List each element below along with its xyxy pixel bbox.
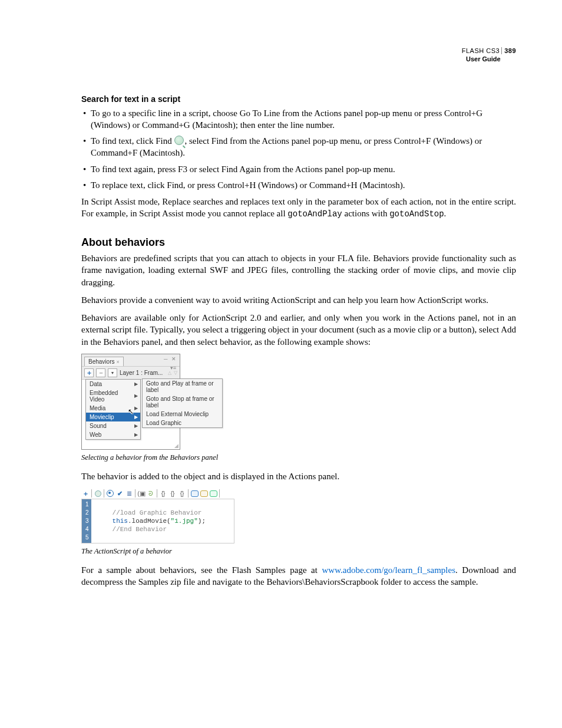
code-inline: gotoAndStop: [389, 209, 444, 219]
line-number: 3: [85, 517, 89, 525]
menu-item-label: Sound: [90, 423, 107, 429]
list-item: To replace text, click Find, or press Co…: [91, 179, 516, 191]
bullet-text: To go to a specific line in a script, ch…: [91, 108, 482, 130]
tab-close-icon[interactable]: ×: [116, 359, 119, 365]
resize-grip-icon[interactable]: ◢: [174, 443, 178, 449]
menu-item-label: Movieclip: [90, 414, 114, 420]
show-code-hint-icon[interactable]: (▣: [137, 489, 146, 498]
move-down-icon[interactable]: ▽: [174, 370, 177, 375]
page-content: FLASH CS3389 User Guide000 Search for te…: [0, 0, 562, 630]
figure-caption: The ActionScript of a behavior: [81, 547, 516, 556]
panel-tab-behaviors[interactable]: Behaviors×: [84, 357, 124, 366]
panel-toolbar: ＋ － ▼ Layer 1 : Fram... △ ▽: [82, 366, 180, 379]
add-behavior-button[interactable]: ＋: [84, 368, 94, 377]
panel-window-controls[interactable]: ─ ✕: [164, 356, 177, 362]
line-number: 1: [85, 500, 89, 509]
menu-item-label: Data: [90, 381, 102, 387]
separator: [188, 489, 189, 498]
collapse-selection-icon[interactable]: {}: [168, 489, 177, 498]
samples-link[interactable]: www.adobe.com/go/learn_fl_samples: [322, 565, 455, 575]
code-string: "1.jpg": [171, 518, 198, 525]
body-text: For a sample about behaviors, see the Fl…: [81, 565, 322, 575]
line-number: 5: [85, 533, 89, 542]
bullet-text: To replace text, click Find, or press Co…: [91, 180, 405, 190]
add-script-icon[interactable]: ＋: [81, 489, 90, 498]
menu-item-label: Web: [90, 431, 101, 438]
submenu-item[interactable]: Goto and Stop at frame or label: [143, 394, 222, 410]
code-comment: //End Behavior: [113, 526, 167, 533]
submenu-item[interactable]: Load Graphic: [143, 419, 222, 427]
move-up-icon[interactable]: △: [168, 370, 171, 375]
code-text: .loadMovie(: [128, 518, 171, 525]
bullet-list: To go to a specific line in a script, ch…: [81, 107, 516, 192]
page-number: 389: [501, 47, 516, 54]
paragraph: Behaviors provide a convenient way to av…: [81, 294, 516, 306]
cursor-icon: ↖: [128, 407, 134, 416]
apply-block-comment-icon[interactable]: [190, 489, 199, 498]
line-number: 4: [85, 525, 89, 533]
paragraph: The behavior is added to the object and …: [81, 470, 516, 482]
line-number: 2: [85, 509, 89, 517]
menu-item[interactable]: Sound▶: [86, 421, 140, 430]
toolbar-context-label: Layer 1 : Fram...: [120, 370, 166, 376]
submenu-arrow-icon: ▶: [134, 414, 138, 420]
page-header: FLASH CS3389 User Guide000: [81, 47, 516, 64]
target-path-icon[interactable]: [106, 489, 114, 498]
separator: [219, 489, 220, 498]
bullet-text: To find text again, press F3 or select F…: [91, 164, 395, 174]
submenu-item[interactable]: Goto and Play at frame or label: [143, 379, 222, 394]
list-item: To find text, click Find , select Find f…: [91, 135, 516, 159]
panel-menu-icon[interactable]: ▾≡: [170, 365, 176, 371]
heading-about-behaviors: About behaviors: [81, 236, 516, 249]
list-item: To go to a specific line in a script, ch…: [91, 107, 516, 131]
submenu-arrow-icon: ▶: [134, 432, 138, 437]
separator: [91, 489, 92, 498]
menu-item[interactable]: Data▶: [86, 380, 140, 388]
code-text: );: [198, 518, 206, 525]
submenu-arrow-icon: ▶: [134, 406, 138, 411]
collapse-between-braces-icon[interactable]: {}: [159, 489, 167, 498]
remove-behavior-button[interactable]: －: [96, 368, 105, 377]
product-name: FLASH CS3: [462, 47, 500, 54]
expand-all-icon[interactable]: {}: [178, 489, 186, 498]
figure-caption: Selecting a behavior from the Behaviors …: [81, 453, 516, 462]
submenu-arrow-icon: ▶: [134, 423, 138, 429]
menu-item[interactable]: Embedded Video▶: [86, 388, 140, 404]
paragraph: For a sample about behaviors, see the Fl…: [81, 564, 516, 588]
editor-toolbar: ＋ ✔ ≣ (▣ ᘐ {} {} {}: [81, 488, 234, 499]
actionscript-editor-figure: ＋ ✔ ≣ (▣ ᘐ {} {} {} 12345 //load Graphic: [81, 488, 234, 543]
bullet-text: To find text, click Find: [91, 136, 174, 146]
code-keyword: this: [113, 518, 128, 525]
find-icon: [174, 136, 184, 145]
find-icon[interactable]: [94, 489, 102, 498]
separator: [104, 489, 104, 498]
submenu-arrow-icon: ▶: [134, 381, 138, 387]
dropdown-button[interactable]: ▼: [108, 368, 117, 377]
body-text: actions with: [342, 209, 389, 218]
code-area[interactable]: //load Graphic Behavior this.loadMovie("…: [91, 499, 208, 543]
code-comment: //load Graphic Behavior: [113, 509, 202, 516]
apply-line-comment-icon[interactable]: [200, 489, 208, 498]
remove-comment-icon[interactable]: [209, 489, 217, 498]
debug-options-icon[interactable]: ᘐ: [147, 489, 155, 498]
subheading-search: Search for text in a script: [81, 94, 516, 104]
paragraph: Behaviors are available only for ActionS…: [81, 312, 516, 348]
guide-label: User Guide: [466, 55, 501, 62]
separator: [157, 489, 157, 498]
menu-item[interactable]: Web▶: [86, 430, 140, 439]
body-text: .: [444, 209, 447, 218]
menu-item-label: Media: [90, 405, 105, 411]
list-item: To find text again, press F3 or select F…: [91, 163, 516, 175]
submenu-item[interactable]: Load External Movieclip: [143, 410, 222, 419]
separator: [135, 489, 135, 498]
submenu-arrow-icon: ▶: [134, 393, 138, 398]
check-syntax-icon[interactable]: ✔: [115, 489, 124, 498]
auto-format-icon[interactable]: ≣: [125, 489, 133, 498]
line-number-gutter: 12345: [82, 499, 91, 543]
paragraph: Behaviors are predefined scripts that yo…: [81, 252, 516, 288]
behavior-submenu[interactable]: Goto and Play at frame or labelGoto and …: [142, 378, 223, 428]
code-editor[interactable]: 12345 //load Graphic Behavior this.loadM…: [81, 499, 234, 543]
tab-label: Behaviors: [88, 358, 114, 365]
behaviors-panel-figure: ─ ✕ Behaviors× ▾≡ ＋ － ▼ Layer 1 : Fram..…: [81, 354, 224, 450]
paragraph: In Script Assist mode, Replace searches …: [81, 196, 516, 220]
